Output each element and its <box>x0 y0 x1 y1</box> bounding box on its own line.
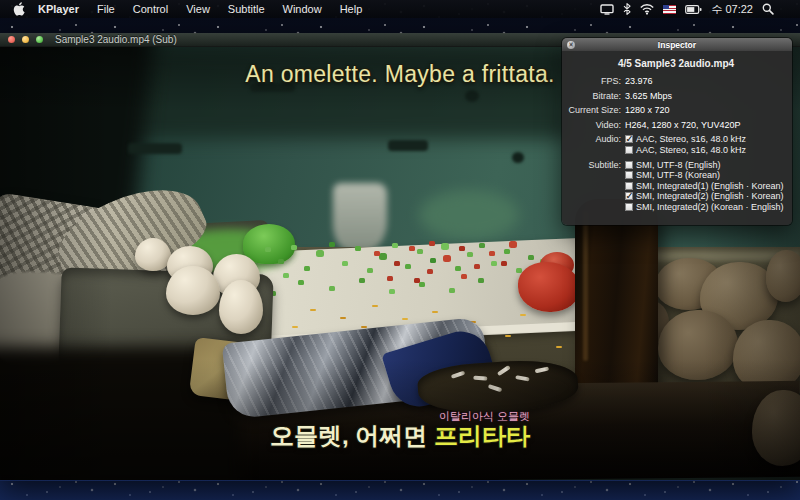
egg <box>135 238 171 271</box>
audio-track-row: AAC, Stereo, s16, 48.0 kHz <box>625 134 785 145</box>
traffic-lights <box>8 36 43 43</box>
subtitle-korean-main: 오믈렛, 어쩌면 프리타타 <box>270 424 530 448</box>
subtitle-track-checkbox[interactable] <box>625 203 633 211</box>
inspector-file-header: 4/5 Sample3 2audio.mp4 <box>567 58 785 69</box>
info-value: 1280 x 720 <box>625 105 785 115</box>
audio-track-checkbox[interactable] <box>625 135 633 143</box>
menu-item-control[interactable]: Control <box>124 0 177 18</box>
scene-knob <box>512 152 524 163</box>
menu-item-subtitle[interactable]: Subtitle <box>219 0 274 18</box>
cigarette <box>515 375 529 381</box>
cigarette <box>535 366 550 373</box>
apple-menu[interactable] <box>13 2 29 16</box>
minimize-window-button[interactable] <box>22 36 29 43</box>
spotlight-search-icon[interactable] <box>762 3 774 15</box>
subtitle-track-checkbox[interactable] <box>625 161 633 169</box>
cigarette <box>488 384 503 392</box>
inspector-panel: ✕ Inspector 4/5 Sample3 2audio.mp4 FPS: … <box>562 38 792 225</box>
flag-canton <box>663 5 669 10</box>
info-value: 3.625 Mbps <box>625 91 785 101</box>
egg <box>219 280 263 334</box>
audio-tracks: AAC, Stereo, s16, 48.0 kHz AAC, Stereo, … <box>625 134 785 155</box>
audio-track-label: AAC, Stereo, s16, 48.0 kHz <box>636 145 746 155</box>
subtitle-track-label: SMI, UTF-8 (Korean) <box>636 170 720 180</box>
inspector-body: 4/5 Sample3 2audio.mp4 FPS: 23.976 Bitra… <box>562 51 792 225</box>
subtitle-tracks-group: Subtitle: SMI, UTF-8 (English) SMI, UTF-… <box>567 160 785 213</box>
subtitle-track-label: SMI, Integrated(2) (English · Korean) <box>636 191 784 201</box>
subtitle-track-row: SMI, UTF-8 (English) <box>625 160 785 171</box>
info-row-current-size: Current Size: 1280 x 720 <box>567 105 785 115</box>
subtitle-korean-inner: 이탈리아식 오믈렛 오믈렛, 어쩌면 프리타타 <box>270 411 530 448</box>
subtitle-tracks: SMI, UTF-8 (English) SMI, UTF-8 (Korean)… <box>625 160 785 213</box>
potato <box>766 250 800 302</box>
subtitle-korean-part2: 프리타타 <box>434 422 530 449</box>
info-label: Current Size: <box>567 105 621 115</box>
display-icon[interactable] <box>600 4 614 15</box>
info-row-bitrate: Bitrate: 3.625 Mbps <box>567 91 785 101</box>
scene-drawer-handle <box>128 143 182 154</box>
menu-item-window[interactable]: Window <box>274 0 331 18</box>
dark-bottle <box>575 199 658 391</box>
subtitle-korean-block: 이탈리아식 오믈렛 오믈렛, 어쩌면 프리타타 <box>0 411 800 448</box>
menu-item-kplayer[interactable]: KPlayer <box>29 0 88 18</box>
scene-hanging-cloth <box>333 183 387 253</box>
subtitle-track-row: SMI, Integrated(2) (English · Korean) <box>625 191 785 202</box>
potato <box>658 310 738 380</box>
cigarette <box>497 365 511 376</box>
subtitle-korean-part1: 오믈렛, 어쩌면 <box>270 422 434 449</box>
subtitle-track-row: SMI, Integrated(2) (Korean · English) <box>625 202 785 213</box>
menu-bar: KPlayer File Control View Subtitle Windo… <box>0 0 800 18</box>
scene-knob <box>465 90 479 102</box>
window-title: Sample3 2audio.mp4 (Sub) <box>55 34 177 45</box>
audio-label: Audio: <box>567 134 621 144</box>
info-value: H264, 1280 x 720, YUV420P <box>625 120 785 130</box>
battery-icon[interactable] <box>685 5 702 14</box>
wifi-icon[interactable] <box>640 4 654 15</box>
info-value: 23.976 <box>625 76 785 86</box>
inspector-title: Inspector <box>658 40 696 50</box>
menubar-clock[interactable]: 수 07:22 <box>711 2 753 17</box>
close-window-button[interactable] <box>8 36 15 43</box>
audio-track-label: AAC, Stereo, s16, 48.0 kHz <box>636 134 746 144</box>
audio-track-row: AAC, Stereo, s16, 48.0 kHz <box>625 145 785 156</box>
menu-bar-left: KPlayer File Control View Subtitle Windo… <box>0 0 371 18</box>
scene-drawer-handle <box>388 140 428 151</box>
bluetooth-icon[interactable] <box>623 3 631 15</box>
wallpaper-stars-bottom <box>0 478 800 500</box>
subtitle-track-label: SMI, Integrated(1) (English · Korean) <box>636 181 784 191</box>
info-label: Video: <box>567 120 621 130</box>
egg <box>166 266 220 315</box>
info-row-fps: FPS: 23.976 <box>567 76 785 86</box>
zoom-window-button[interactable] <box>36 36 43 43</box>
subtitle-track-row: SMI, Integrated(1) (English · Korean) <box>625 181 785 192</box>
desktop: KPlayer File Control View Subtitle Windo… <box>0 0 800 500</box>
inspector-title-bar[interactable]: ✕ Inspector <box>562 38 792 51</box>
subtitle-label: Subtitle: <box>567 160 621 170</box>
scene-colander <box>419 190 519 240</box>
info-row-video: Video: H264, 1280 x 720, YUV420P <box>567 120 785 130</box>
apple-logo-icon <box>13 2 25 16</box>
cheese-shreds <box>0 47 6 49</box>
cigarette <box>473 376 487 381</box>
inspector-close-button[interactable]: ✕ <box>567 41 575 49</box>
audio-track-checkbox[interactable] <box>625 146 633 154</box>
info-label: Bitrate: <box>567 91 621 101</box>
subtitle-track-checkbox[interactable] <box>625 192 633 200</box>
tomato-wedge <box>518 262 580 312</box>
subtitle-track-checkbox[interactable] <box>625 171 633 179</box>
subtitle-track-row: SMI, UTF-8 (Korean) <box>625 170 785 181</box>
subtitle-korean-ruby: 이탈리아식 오믈렛 <box>270 411 530 422</box>
info-label: FPS: <box>567 76 621 86</box>
subtitle-track-label: SMI, Integrated(2) (Korean · English) <box>636 202 784 212</box>
subtitle-track-label: SMI, UTF-8 (English) <box>636 160 721 170</box>
subtitle-track-checkbox[interactable] <box>625 182 633 190</box>
menu-bar-status: 수 07:22 <box>600 2 800 17</box>
menu-item-file[interactable]: File <box>88 0 124 18</box>
input-source-flag-icon[interactable] <box>663 5 676 14</box>
menu-item-help[interactable]: Help <box>331 0 372 18</box>
audio-tracks-group: Audio: AAC, Stereo, s16, 48.0 kHz AAC, S… <box>567 134 785 155</box>
menu-item-view[interactable]: View <box>177 0 219 18</box>
cigarette <box>451 371 466 379</box>
